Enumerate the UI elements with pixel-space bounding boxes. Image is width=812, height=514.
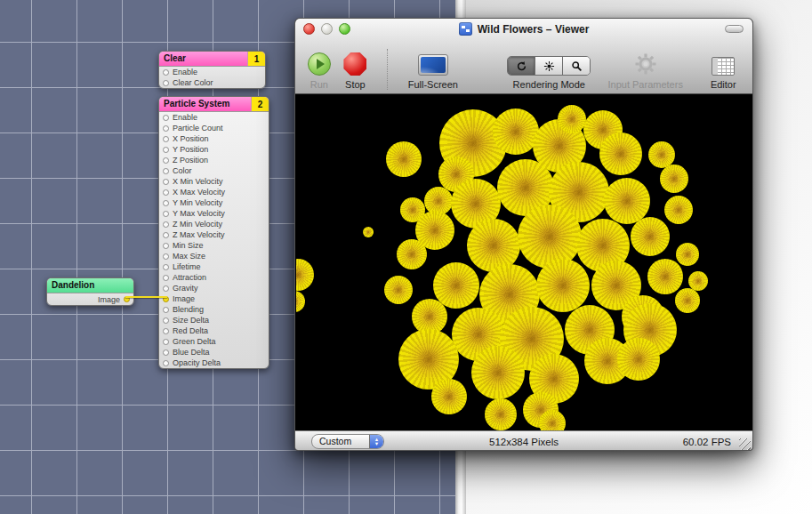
port-dot[interactable] — [163, 80, 169, 86]
port-dot[interactable] — [163, 360, 169, 366]
dandelion-flower — [471, 346, 525, 399]
port-x-max-velocity[interactable]: X Max Velocity — [159, 187, 269, 197]
port-dot[interactable] — [163, 221, 169, 228]
magnifier-icon — [571, 60, 583, 72]
port-dot[interactable] — [163, 275, 169, 281]
resize-grip[interactable] — [739, 438, 751, 450]
port-dot[interactable] — [163, 232, 169, 238]
node-header[interactable]: Particle System2 — [159, 97, 269, 112]
port-size-delta[interactable]: Size Delta — [159, 315, 269, 325]
dandelion-flower — [485, 398, 517, 430]
port-enable[interactable]: Enable — [159, 112, 269, 123]
port-label: X Position — [173, 133, 209, 144]
fullscreen-button[interactable]: Full-Screen — [400, 54, 466, 90]
port-y-min-velocity[interactable]: Y Min Velocity — [159, 197, 269, 208]
port-label: Image — [173, 293, 195, 304]
port-blending[interactable]: Blending — [159, 304, 269, 315]
port-lifetime[interactable]: Lifetime — [159, 261, 269, 272]
port-label: Opacity Delta — [173, 357, 221, 368]
port-dot[interactable] — [163, 157, 169, 164]
patch-node-clear[interactable]: Clear1EnableClear Color — [158, 51, 266, 89]
port-z-position[interactable]: Z Position — [159, 155, 269, 165]
port-min-size[interactable]: Min Size — [159, 240, 269, 251]
close-button[interactable] — [303, 23, 315, 35]
fullscreen-icon — [418, 54, 448, 76]
port-dot[interactable] — [163, 125, 169, 132]
zoom-button[interactable] — [339, 23, 350, 35]
port-y-position[interactable]: Y Position — [159, 144, 269, 155]
patch-node-particle-system[interactable]: Particle System2EnableParticle CountX Po… — [158, 96, 269, 369]
port-dot[interactable] — [163, 328, 169, 334]
port-z-min-velocity[interactable]: Z Min Velocity — [159, 219, 269, 229]
port-dot[interactable] — [163, 349, 169, 356]
port-dot[interactable] — [163, 253, 169, 260]
gear-icon — [634, 52, 657, 76]
titlebar[interactable]: Wild Flowers – Viewer — [295, 19, 752, 39]
port-dot[interactable] — [163, 317, 169, 324]
node-header[interactable]: Clear1 — [159, 52, 265, 67]
dandelion-flower — [631, 217, 670, 256]
node-header[interactable]: Dandelion — [47, 278, 133, 293]
port-opacity-delta[interactable]: Opacity Delta — [159, 357, 269, 368]
port-enable[interactable]: Enable — [159, 67, 265, 77]
port-dot[interactable] — [163, 179, 169, 185]
popup-stepper-icon: ▲▼ — [369, 435, 383, 448]
viewer-window[interactable]: Wild Flowers – Viewer Run Stop Full-Scre… — [294, 18, 753, 451]
port-red-delta[interactable]: Red Delta — [159, 325, 269, 336]
port-dot[interactable] — [163, 189, 169, 196]
port-particle-count[interactable]: Particle Count — [159, 123, 269, 133]
port-dot[interactable] — [163, 136, 169, 142]
fullscreen-label: Full-Screen — [408, 79, 458, 90]
port-y-max-velocity[interactable]: Y Max Velocity — [159, 208, 269, 219]
port-clear-color[interactable]: Clear Color — [159, 77, 265, 88]
port-z-max-velocity[interactable]: Z Max Velocity — [159, 229, 269, 240]
size-preset-popup[interactable]: Custom ▲▼ — [311, 434, 384, 449]
node-layer-badge: 2 — [251, 97, 269, 111]
dandelion-flower — [296, 291, 305, 312]
port-dot[interactable] — [163, 168, 169, 174]
patch-node-dandelion[interactable]: DandelionImage — [46, 277, 134, 306]
editor-label: Editor — [711, 79, 736, 90]
port-max-size[interactable]: Max Size — [159, 251, 269, 261]
stop-label: Stop — [345, 79, 366, 90]
toolbar-toggle-button[interactable] — [725, 25, 744, 33]
port-blue-delta[interactable]: Blue Delta — [159, 347, 269, 357]
render-mode-inspect-segment[interactable] — [563, 57, 590, 75]
port-dot[interactable] — [163, 307, 169, 313]
dandelion-flower — [664, 196, 693, 224]
port-gravity[interactable]: Gravity — [159, 283, 269, 293]
run-button[interactable]: Run — [302, 52, 336, 90]
port-dot[interactable] — [163, 243, 169, 249]
port-label: X Min Velocity — [173, 176, 223, 187]
port-attraction[interactable]: Attraction — [159, 272, 269, 283]
editor-button[interactable]: Editor — [705, 57, 742, 90]
port-dot[interactable] — [163, 69, 169, 76]
minimize-button[interactable] — [321, 23, 333, 35]
port-x-min-velocity[interactable]: X Min Velocity — [159, 176, 269, 187]
port-dot[interactable] — [163, 115, 169, 121]
port-dot[interactable] — [163, 200, 169, 206]
port-color[interactable]: Color — [159, 165, 269, 176]
connection-wire-image[interactable] — [125, 296, 167, 298]
size-preset-value: Custom — [312, 435, 369, 448]
port-label: X Max Velocity — [173, 187, 225, 197]
port-dot[interactable] — [163, 147, 169, 153]
port-dot[interactable] — [163, 285, 169, 292]
port-green-delta[interactable]: Green Delta — [159, 336, 269, 347]
render-mode-refresh-segment[interactable] — [508, 57, 535, 75]
port-image[interactable]: Image — [47, 293, 133, 305]
input-parameters-label: Input Parameters — [608, 79, 683, 90]
port-image[interactable]: Image — [159, 293, 269, 304]
port-x-position[interactable]: X Position — [159, 133, 269, 144]
input-parameters-button[interactable]: Input Parameters — [599, 52, 693, 90]
node-body: EnableClear Color — [159, 67, 265, 88]
port-dot[interactable] — [163, 339, 169, 345]
port-dot[interactable] — [163, 211, 169, 217]
stop-button[interactable]: Stop — [336, 52, 374, 90]
dandelion-flower — [386, 141, 422, 177]
render-mode-debug-segment[interactable] — [535, 57, 563, 75]
port-label: Image — [98, 294, 120, 305]
port-label: Size Delta — [173, 315, 209, 325]
dandelion-flower — [363, 227, 374, 237]
port-dot[interactable] — [163, 264, 169, 270]
